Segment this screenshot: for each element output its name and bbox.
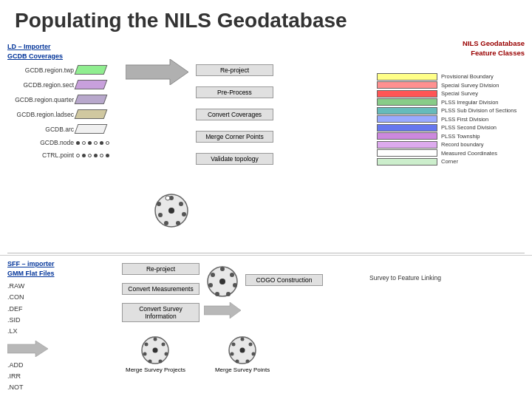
svg-point-28 [143,352,147,356]
gcdb-region-twp: GCDB.region.twp [7,65,122,75]
layer-label-ssd: Special Survey Division [441,82,499,89]
svg-marker-11 [7,341,48,357]
layer-label-second: PLSS Second Division [441,124,497,131]
layer-plss-township: PLSS Township [377,132,532,140]
gcdb-node: GCDB.node [7,139,122,146]
gcdb-region-sect: GCDB.region.sect [7,80,122,89]
svg-point-24 [162,343,166,347]
svg-point-17 [215,292,219,296]
layer-rect-second [377,124,437,132]
layer-rect-provisional [377,73,437,81]
svg-point-14 [230,273,234,277]
svg-point-26 [159,360,163,364]
svg-point-3 [179,202,183,206]
shape-ladsec [75,109,108,119]
page-title: Populating the NILS Geodatabase [0,0,532,38]
svg-point-10 [168,208,174,214]
merge-corner-box: Merge Corner Points [196,131,273,143]
merge-survey-projects: Merge Survey Projects [126,334,185,373]
merge-points-label: Merge Survey Points [215,366,270,373]
nils-geodatabase-panel: NILS Geodatabase Feature Classes Provisi… [369,38,525,249]
svg-point-27 [149,360,152,364]
layer-label-measured: Measured Coordinates [441,150,497,157]
svg-point-19 [211,273,215,277]
cogo-area: COGO Construction [245,274,323,290]
ctrl-point: CTRL.point [7,151,122,159]
layer-rect-sub [377,107,437,115]
layer-corner: Corner [377,158,532,166]
bottom-process-list: Re-project Convert Measurements Convert … [122,263,200,327]
bottom-reproject-box: Re-project [122,263,200,275]
layer-plss-irr: PLSS Irregular Division [377,98,532,106]
layer-rect-township [377,132,437,140]
svg-point-36 [236,360,239,364]
layer-plss-second: PLSS Second Division [377,124,532,132]
gcdb-region-quarter: GCDB.region.quarter [7,95,122,104]
layer-label-record: Record boundary [441,141,484,148]
layer-label-first: PLSS First Division [441,116,488,123]
layer-rect-irr [377,98,437,106]
bottom-right-panel: Survey to Feature Linking [369,256,525,399]
layer-label-ss: Special Survey [441,90,478,97]
more-file-types: .ADD .IRR .NOT [7,360,122,394]
reproject-box: Re-project [196,64,273,76]
svg-point-4 [182,212,186,216]
sff-label: SFF – importerGMM Flat Files [7,259,122,278]
dots-node [76,141,113,145]
layer-rect-first [377,115,437,123]
layer-label-provisional: Provisional Boundary [441,73,494,80]
svg-point-37 [231,352,234,356]
layer-rect-corner [377,158,437,166]
svg-point-23 [154,338,157,341]
svg-point-34 [252,352,256,356]
svg-point-20 [219,279,225,284]
svg-point-5 [176,221,180,225]
layer-provisional: Provisional Boundary [377,73,532,81]
cogo-arrow [204,302,241,318]
convert-measurements-box: Convert Measurements [122,283,200,295]
svg-point-7 [158,213,163,217]
layer-label-irr: PLSS Irregular Division [441,99,499,106]
process-boxes: Re-project Pre-Process Convert Coverages… [196,64,273,169]
layer-rect-ss [377,90,437,98]
shape-quarter [75,95,108,104]
svg-point-38 [232,343,236,347]
layer-rect-record [377,141,437,149]
big-arrow-right [126,59,188,88]
convert-coverages-box: Convert Coverages [196,109,273,120]
top-middle-panel: Re-project Pre-Process Convert Coverages… [122,38,369,249]
layer-rect-ssd [377,81,437,89]
preprocess-box: Pre-Process [196,86,273,98]
dots-ctrl [76,154,113,157]
layer-label-sub: PLSS Sub Division of Sections [441,107,516,114]
section-divider [7,253,525,253]
svg-point-16 [226,292,231,296]
merge-survey-points: Merge Survey Points [215,334,270,373]
validate-topology-box: Validate topology [196,153,273,165]
file-types: .RAW .CON .DEF .SID .LX [7,281,122,337]
merge-projects-label: Merge Survey Projects [126,366,185,373]
layer-record-boundary: Record boundary [377,141,532,149]
svg-point-13 [220,267,225,271]
svg-point-25 [165,352,168,356]
gcdb-region-ladsec: GCDB.region.ladsec [7,109,122,119]
svg-point-8 [157,202,161,206]
convert-survey-info-box: Convert Survey Information [122,303,200,322]
layer-plss-first: PLSS First Division [377,115,532,123]
layer-measured: Measured Coordinates [377,149,532,157]
layer-special-survey: Special Survey [377,90,532,98]
cogo-construction-box: COGO Construction [245,274,323,286]
ld-importer-panel: LD – ImporterGCDB Coverages GCDB.region.… [7,38,122,249]
shape-arc [75,124,108,134]
bottom-middle-panel: Re-project Convert Measurements Convert … [122,256,369,399]
nils-title: NILS Geodatabase Feature Classes [369,38,525,58]
svg-point-6 [164,221,168,225]
svg-point-30 [153,348,158,353]
bottom-cluster-area [204,263,241,318]
svg-point-15 [233,283,237,287]
shape-sect [75,80,108,89]
svg-marker-0 [126,59,188,85]
merge-points-icon [226,334,259,366]
bottom-left-arrow [7,341,122,357]
ld-importer-label: LD – ImporterGCDB Coverages [7,42,122,61]
